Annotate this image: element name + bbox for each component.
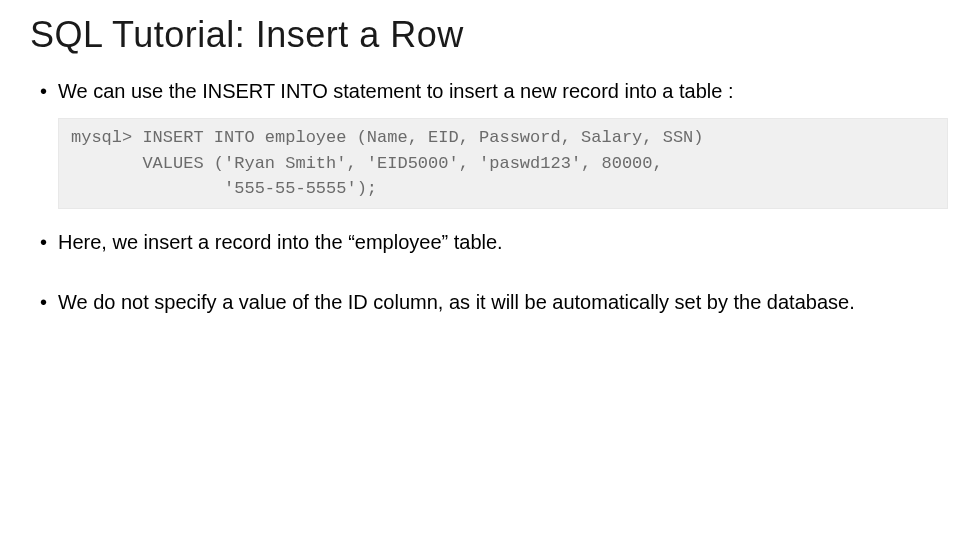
slide-title: SQL Tutorial: Insert a Row: [30, 14, 930, 56]
spacer: [30, 269, 930, 289]
bullet-list: We can use the INSERT INTO statement to …: [30, 78, 930, 104]
code-line-1: mysql> INSERT INTO employee (Name, EID, …: [71, 128, 704, 147]
bullet-item-1: We can use the INSERT INTO statement to …: [36, 78, 930, 104]
code-block: mysql> INSERT INTO employee (Name, EID, …: [58, 118, 948, 209]
bullet-item-3: We do not specify a value of the ID colu…: [36, 289, 930, 315]
code-line-3: '555-55-5555');: [71, 179, 377, 198]
code-line-2: VALUES ('Ryan Smith', 'EID5000', 'paswd1…: [71, 154, 663, 173]
bullet-list-2: Here, we insert a record into the “emplo…: [30, 229, 930, 255]
bullet-list-3: We do not specify a value of the ID colu…: [30, 289, 930, 315]
bullet-item-2: Here, we insert a record into the “emplo…: [36, 229, 930, 255]
